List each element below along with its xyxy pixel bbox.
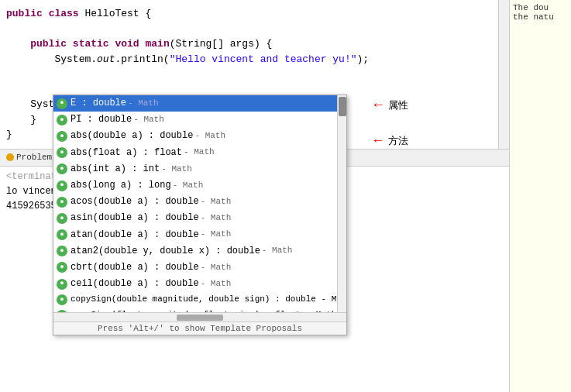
code-line: public static void main(String[] args) { — [0, 36, 509, 52]
ac-item-name: copySign(float magnitude, float sign) : … — [71, 308, 336, 312]
method-icon: ● — [57, 310, 67, 312]
ac-item-name: abs(float a) : float — [71, 146, 182, 160]
ac-item-name: ceil(double a) : double — [71, 277, 199, 291]
method-icon: ● — [57, 246, 67, 256]
ac-item-5[interactable]: ● abs(long a) : long - Math — [53, 177, 346, 194]
problems-icon — [6, 153, 14, 161]
code-line: public class HelloTest { — [0, 6, 509, 22]
label-method: ← 方法 — [371, 132, 408, 149]
autocomplete-footer: Press 'Alt+/' to show Template Proposals — [53, 322, 346, 335]
right-panel-text: The dou the natu — [513, 3, 554, 22]
ac-item-0[interactable]: ● E : double - Math — [53, 95, 346, 112]
ac-item-class: - Math — [201, 228, 232, 242]
code-text: System.out.println("Hello vincent and te… — [6, 52, 369, 67]
autocomplete-scrollbar[interactable] — [337, 95, 346, 312]
ac-item-class: - Math — [194, 129, 225, 143]
ac-item-name: PI : double — [71, 112, 132, 127]
ac-item-12[interactable]: ● copySign(double magnitude, double sign… — [53, 292, 346, 308]
code-text: } — [6, 127, 12, 143]
label-attr: ← 属性 — [371, 97, 408, 113]
method-icon: ● — [57, 131, 67, 142]
autocomplete-hscrollbar[interactable] — [53, 312, 346, 322]
ac-item-name: acos(double a) : double — [71, 194, 199, 209]
ac-item-class: - Math — [201, 277, 232, 291]
editor-container: public class HelloTest { public static v… — [0, 0, 571, 392]
method-icon: ● — [57, 262, 67, 273]
method-icon: ● — [57, 294, 67, 305]
ac-item-8[interactable]: ● atan(double a) : double - Math — [53, 227, 346, 243]
right-panel: The dou the natu — [509, 0, 571, 392]
ac-item-name: abs(double a) : double — [71, 129, 193, 143]
ac-item-class: - Math — [201, 211, 232, 225]
method-icon: ● — [57, 163, 67, 174]
ac-item-name: abs(int a) : int — [71, 162, 160, 177]
method-icon: ● — [57, 279, 67, 290]
ac-item-7[interactable]: ● asin(double a) : double - Math — [53, 210, 346, 226]
ac-item-class: - Math — [133, 113, 164, 127]
autocomplete-list: ● E : double - Math ● PI : double - Math… — [53, 95, 346, 312]
ac-item-name: atan2(double y, double x) : double — [71, 244, 260, 259]
ac-item-9[interactable]: ● atan2(double y, double x) : double - M… — [53, 243, 346, 260]
autocomplete-scrollbar-thumb — [339, 97, 346, 116]
code-text: public class HelloTest { — [6, 6, 151, 22]
code-line — [0, 22, 509, 37]
ac-item-class: - Math — [173, 179, 204, 193]
ac-item-10[interactable]: ● cbrt(double a) : double - Math — [53, 260, 346, 276]
ac-item-class: - Math — [262, 244, 293, 258]
ac-item-2[interactable]: ● abs(double a) : double - Math — [53, 128, 346, 144]
ac-item-13[interactable]: ● copySign(float magnitude, float sign) … — [53, 308, 346, 312]
method-icon: ● — [57, 197, 67, 208]
ac-item-name: copySign(double magnitude, double sign) … — [71, 293, 346, 307]
ac-item-class: - Math — [184, 146, 215, 160]
ac-item-name: asin(double a) : double — [71, 211, 199, 225]
autocomplete-hscrollbar-thumb — [177, 315, 223, 321]
autocomplete-popup: ● E : double - Math ● PI : double - Math… — [53, 95, 347, 335]
ac-item-6[interactable]: ● acos(double a) : double - Math — [53, 194, 346, 210]
editor-scrollbar[interactable] — [498, 0, 509, 149]
ac-item-1[interactable]: ● PI : double - Math — [53, 112, 346, 128]
code-line — [0, 67, 509, 82]
code-text: public static void main(String[] args) { — [6, 36, 272, 52]
ac-item-name: atan(double a) : double — [71, 228, 199, 242]
arrow-attr: ← — [371, 97, 385, 113]
ac-item-class: - Math — [128, 97, 159, 111]
code-text: } — [6, 112, 36, 128]
code-text — [6, 22, 12, 37]
method-icon: ● — [57, 147, 67, 158]
method-icon: ● — [57, 181, 67, 191]
code-area: public class HelloTest { public static v… — [0, 0, 509, 149]
ac-item-class: - Math — [201, 195, 232, 209]
ac-item-name: E : double — [71, 96, 126, 111]
ac-item-class: - Math — [161, 163, 192, 177]
ac-item-name: abs(long a) : long — [71, 178, 171, 193]
ac-item-name: cbrt(double a) : double — [71, 260, 199, 275]
ac-item-3[interactable]: ● abs(float a) : float - Math — [53, 145, 346, 161]
field-icon: ● — [57, 115, 67, 126]
method-icon: ● — [57, 213, 67, 224]
code-line: System.out.println("Hello vincent and te… — [0, 52, 509, 67]
field-icon: ● — [57, 98, 67, 109]
ac-item-11[interactable]: ● ceil(double a) : double - Math — [53, 276, 346, 292]
ac-item-4[interactable]: ● abs(int a) : int - Math — [53, 161, 346, 177]
ac-item-class: - Math — [201, 261, 232, 275]
arrow-method: ← — [371, 132, 385, 149]
method-icon: ● — [57, 229, 67, 240]
